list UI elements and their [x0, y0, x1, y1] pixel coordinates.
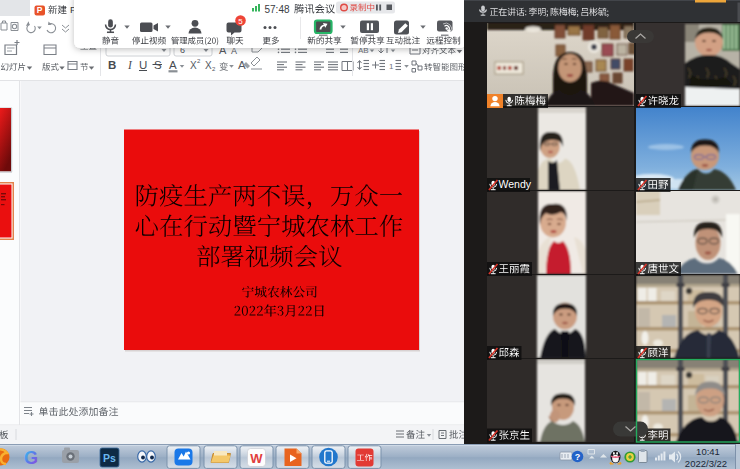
svg-text:57:48: 57:48: [265, 4, 290, 15]
svg-text:Wendy: Wendy: [499, 178, 532, 190]
svg-text:B: B: [108, 59, 116, 71]
svg-text:1: 1: [389, 62, 394, 71]
svg-text:P: P: [37, 5, 43, 15]
svg-text:10:41: 10:41: [696, 446, 720, 457]
svg-text:X: X: [205, 60, 212, 71]
svg-text:5: 5: [238, 17, 243, 26]
svg-text:?: ?: [575, 452, 581, 462]
svg-text:A: A: [169, 59, 177, 71]
svg-text:Ps: Ps: [103, 452, 116, 464]
svg-text:2022/3/22: 2022/3/22: [685, 458, 727, 469]
svg-text:W: W: [250, 451, 263, 466]
svg-text:X: X: [190, 60, 197, 71]
svg-text:G: G: [24, 448, 38, 468]
svg-text:U: U: [139, 59, 147, 71]
